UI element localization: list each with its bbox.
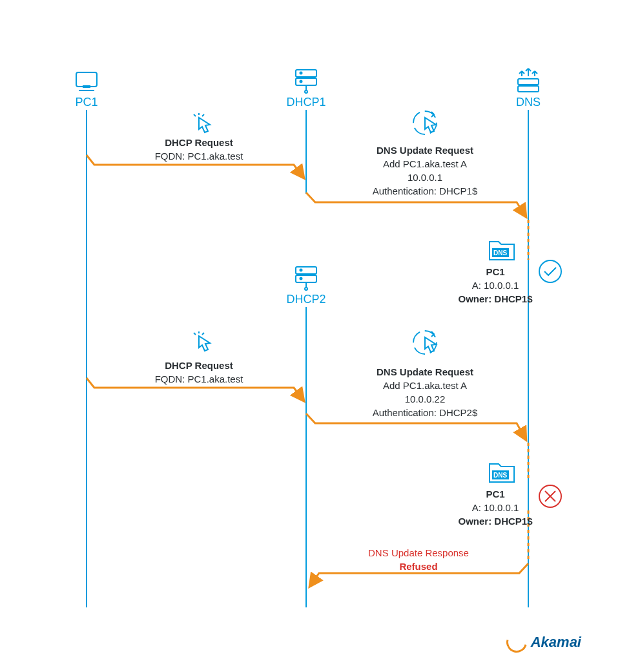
svg-rect-2: [76, 72, 97, 87]
svg-point-7: [300, 72, 302, 74]
pc1-label: PC1: [75, 96, 98, 109]
click-icon-1: [194, 113, 210, 132]
text: PC1: [458, 265, 532, 278]
text: DNS Update Request: [373, 365, 478, 379]
text: DNS Update Request: [373, 143, 478, 157]
text: DNS Update Response: [368, 546, 469, 560]
akamai-logo: Akamai: [506, 632, 581, 653]
text: Refused: [368, 560, 469, 573]
dhcp-request-2: DHCP Request FQDN: PC1.aka.test: [155, 359, 243, 386]
svg-rect-18: [518, 86, 539, 92]
dhcp1-label: DHCP1: [286, 96, 326, 109]
svg-rect-5: [296, 70, 316, 77]
text: 10.0.0.1: [373, 171, 478, 184]
text: FQDN: PC1.aka.test: [155, 149, 243, 163]
dns-update-request-2: DNS Update Request Add PC1.aka.test A 10…: [373, 365, 478, 419]
text: DHCP Request: [155, 136, 243, 149]
text: Authentication: DHCP1$: [373, 184, 478, 198]
click-circle-icon-2: [413, 331, 437, 354]
svg-rect-11: [296, 267, 316, 274]
svg-point-16: [305, 288, 307, 290]
text: A: 10.0.0.1: [458, 278, 532, 292]
text: Authentication: DHCP2$: [373, 406, 478, 419]
text: FQDN: PC1.aka.test: [155, 372, 243, 386]
success-icon: [539, 260, 561, 282]
dns-record-2: PC1 A: 10.0.0.1 Owner: DHCP1$: [458, 487, 532, 528]
svg-point-14: [300, 278, 302, 280]
text: Add PC1.aka.test A: [373, 157, 478, 171]
dns-label: DNS: [516, 96, 541, 109]
pc1-icon: [76, 72, 97, 90]
text: Add PC1.aka.test A: [373, 379, 478, 392]
svg-point-0: [539, 260, 561, 282]
dns-update-request-1: DNS Update Request Add PC1.aka.test A 10…: [373, 143, 478, 198]
click-icon-2: [194, 331, 210, 351]
dhcp2-icon: [296, 267, 316, 290]
dns-badge-1: DNS: [493, 249, 507, 257]
dhcp1-icon: [296, 70, 316, 93]
dns-badge-2: DNS: [493, 472, 507, 479]
svg-point-13: [300, 269, 302, 271]
fail-icon: [539, 485, 561, 507]
dhcp2-label: DHCP2: [286, 293, 326, 306]
dhcp-request-1: DHCP Request FQDN: PC1.aka.test: [155, 136, 243, 163]
dns-update-response: DNS Update Response Refused: [368, 546, 469, 573]
dns-record-1: PC1 A: 10.0.0.1 Owner: DHCP1$: [458, 265, 532, 306]
text: A: 10.0.0.1: [458, 501, 532, 514]
svg-rect-12: [296, 275, 316, 282]
svg-rect-17: [518, 79, 539, 85]
text: Owner: DHCP1$: [458, 292, 532, 306]
text: 10.0.0.22: [373, 392, 478, 406]
svg-point-10: [305, 90, 307, 93]
text: DHCP Request: [155, 359, 243, 372]
text: PC1: [458, 487, 532, 501]
logo-text: Akamai: [531, 634, 581, 651]
svg-point-8: [300, 81, 302, 83]
svg-rect-6: [296, 78, 316, 85]
akamai-swirl-icon: [502, 628, 531, 656]
dns-icon: [518, 68, 539, 92]
text: Owner: DHCP1$: [458, 514, 532, 528]
click-circle-icon-1: [413, 111, 437, 134]
